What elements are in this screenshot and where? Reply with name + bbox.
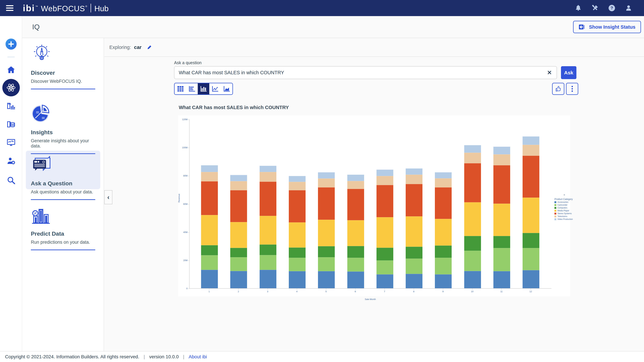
user-account-icon[interactable] — [625, 4, 632, 12]
rail-home-icon[interactable] — [0, 62, 22, 77]
chart-card: Revenue Sale Month ▸ Product Category Ac… — [178, 115, 570, 296]
legend-swatch — [554, 201, 556, 203]
x-tick-label: 10 — [467, 290, 477, 293]
brand-ibi: ibi — [23, 3, 35, 13]
rail-user-admin-icon[interactable] — [0, 153, 22, 168]
bar-segment-accessories — [494, 271, 510, 288]
bar-segment-stereo-systems — [347, 189, 364, 220]
notifications-bell-icon[interactable] — [574, 4, 582, 12]
insight-status-icon — [578, 24, 585, 30]
more-options-kebab-button[interactable] — [566, 83, 578, 95]
edit-pencil-icon[interactable] — [146, 44, 152, 50]
bar-segment-accessories — [435, 274, 452, 288]
legend-swatch — [554, 216, 556, 217]
question-input[interactable] — [174, 66, 557, 79]
rail-iq-selected-icon[interactable] — [2, 79, 20, 96]
bar-segment-camcorder — [406, 259, 422, 274]
discover-card[interactable]: Discover Discover WebFOCUS IQ. — [31, 43, 95, 89]
bar-segment-accessories — [260, 270, 276, 288]
insights-card[interactable]: Insights Generate insights about your da… — [31, 104, 95, 154]
bar-segment-accessories — [464, 271, 481, 288]
icon-rail — [0, 16, 22, 351]
legend-label: Televisions — [558, 215, 567, 218]
ask-a-question-icon — [31, 155, 95, 176]
bar-segment-stereo-systems — [522, 156, 539, 198]
bar-segment-televisions — [522, 145, 539, 156]
clear-question-icon[interactable]: ✕ — [547, 69, 552, 76]
view-area-button[interactable] — [221, 83, 232, 94]
bar-segment-televisions — [347, 181, 364, 189]
stacked-bar — [260, 166, 276, 288]
y-tick-mark — [188, 119, 189, 120]
brand-registered: ® — [85, 5, 87, 8]
y-tick-label: 40M — [178, 231, 188, 233]
bar-segment-video-production — [406, 168, 422, 175]
view-table-button[interactable] — [174, 83, 186, 94]
footer-separator: | — [144, 354, 145, 360]
view-line-button[interactable] — [209, 83, 221, 94]
legend-swatch — [554, 204, 556, 206]
legend-label: Media Player — [558, 210, 569, 212]
x-axis-title: Sale Month — [360, 298, 380, 301]
bar-segment-accessories — [230, 271, 247, 288]
bar-segment-televisions — [201, 172, 218, 181]
exploring-label: Exploring: — [109, 44, 131, 50]
y-tick-label: 120M — [178, 118, 188, 121]
bar-segment-accessories — [522, 270, 539, 288]
bar-segment-video-production — [464, 145, 481, 153]
bar-segment-media-player — [289, 222, 306, 248]
bar-segment-camcorder — [464, 251, 481, 271]
ask-button[interactable]: Ask — [561, 66, 576, 79]
view-bar-vertical-button-selected[interactable] — [198, 83, 209, 94]
show-insight-status-label: Show Insight Status — [589, 24, 636, 30]
bar-segment-camcorder — [522, 248, 539, 270]
add-button[interactable] — [6, 38, 16, 50]
chart-legend: Product Category AccessoriesCamcorderCom… — [554, 198, 573, 220]
rail-content-icon[interactable] — [0, 99, 22, 113]
insights-title: Insights — [31, 129, 95, 136]
insights-underline — [31, 153, 95, 154]
y-tick-label: 0 — [178, 287, 188, 290]
bar-segment-accessories — [376, 274, 393, 288]
bar-segment-televisions — [260, 172, 276, 182]
bar-segment-accessories — [318, 271, 335, 288]
rail-data-icon[interactable] — [0, 117, 22, 132]
bar-segment-video-production — [201, 165, 218, 172]
bar-segment-stereo-systems — [435, 187, 452, 219]
discover-subtitle: Discover WebFOCUS IQ. — [31, 79, 95, 84]
x-tick-label: 9 — [438, 290, 448, 293]
menu-icon[interactable] — [6, 5, 14, 11]
rail-dashboards-icon[interactable] — [0, 135, 22, 150]
legend-collapse-arrow-icon[interactable]: ▸ — [564, 193, 565, 196]
panel-collapse-button[interactable]: ‹ — [104, 190, 112, 204]
bar-segment-stereo-systems — [376, 185, 393, 217]
footer-separator: | — [183, 354, 184, 360]
predict-data-card[interactable]: Predict Data Run predictions on your dat… — [31, 206, 95, 250]
about-ibi-link[interactable]: About ibi — [189, 354, 207, 360]
bar-segment-camcorder — [260, 255, 276, 270]
bar-segment-computers — [522, 233, 539, 248]
bar-segment-accessories — [347, 272, 364, 288]
rail-search-icon[interactable] — [0, 173, 22, 188]
discover-underline — [31, 89, 95, 89]
y-tick-label: 100M — [178, 146, 188, 149]
brand-divider — [90, 4, 91, 12]
legend-label: Camcorder — [558, 204, 567, 206]
admin-tools-icon[interactable] — [591, 4, 599, 12]
legend-item: Camcorder — [554, 204, 573, 206]
ask-a-question-card[interactable]: Ask a Question Ask questions about your … — [31, 155, 95, 200]
bar-segment-computers — [376, 248, 393, 260]
bar-segment-video-production — [435, 172, 452, 178]
show-insight-status-button[interactable]: Show Insight Status — [573, 21, 641, 33]
bar-segment-camcorder — [318, 257, 335, 271]
footer-copyright: Copyright © 2021-2024. Information Build… — [5, 354, 139, 360]
bar-segment-camcorder — [201, 255, 218, 270]
thumbs-up-button[interactable] — [552, 83, 564, 95]
view-bar-horizontal-button[interactable] — [186, 83, 198, 94]
help-icon[interactable]: ? — [608, 4, 616, 12]
x-tick-mark — [326, 289, 326, 290]
footer: Copyright © 2021-2024. Information Build… — [0, 351, 644, 362]
brand-trademark: ™ — [35, 5, 38, 8]
stacked-bar — [318, 172, 335, 288]
y-tick-label: 60M — [178, 203, 188, 205]
